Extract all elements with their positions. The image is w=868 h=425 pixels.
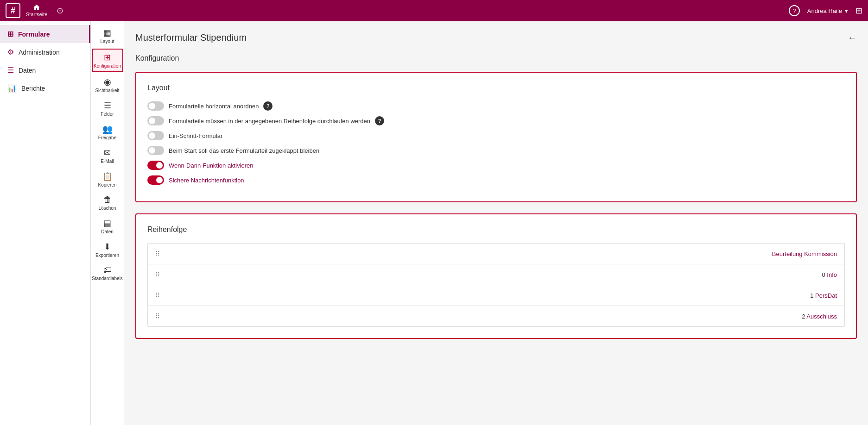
felder-icon: ☰ xyxy=(104,100,111,111)
help-button[interactable]: ? xyxy=(789,5,800,16)
toggle-zugeklappt-row: Beim Start soll das erste Formularteil z… xyxy=(147,146,845,155)
toggle-einschritt-label: Ein-Schritt-Formular xyxy=(169,132,222,139)
toolbar-konfiguration[interactable]: ⊞ Konfiguration xyxy=(92,49,123,72)
toolbar-sichtbarkeit[interactable]: ◉ Sichtbarkeit xyxy=(92,74,123,96)
toggle-horizontal-row: Formularteile horizontal anordnen ? xyxy=(147,101,845,111)
formulare-icon: ⊞ xyxy=(7,30,13,38)
daten-icon: ☰ xyxy=(7,66,14,75)
toggle-nachrichten-label: Sichere Nachrichtenfunktion xyxy=(169,177,244,184)
home-button[interactable]: Startseite xyxy=(26,4,47,17)
table-row[interactable]: ⠿ 2 Ausschluss xyxy=(148,306,844,326)
toggle-horizontal[interactable] xyxy=(147,101,164,111)
toggle-einschritt[interactable] xyxy=(147,131,164,140)
standardlabels-icon: 🏷 xyxy=(103,265,112,275)
toolbar-daten[interactable]: ▤ Daten xyxy=(92,215,123,237)
back-button[interactable]: ← xyxy=(848,32,857,43)
icon-toolbar: ▦ Layout ⊞ Konfiguration ◉ Sichtbarkeit … xyxy=(91,21,124,425)
target-icon: ⊙ xyxy=(57,6,63,16)
layout-card-title: Layout xyxy=(147,84,845,92)
toggle-reihenfolge[interactable] xyxy=(147,116,164,125)
layout-icon: ▦ xyxy=(103,28,111,38)
app-layout: ⊞ Formulare ⚙ Administration ☰ Daten 📊 B… xyxy=(0,0,868,425)
toggle-reihenfolge-label: Formularteile müssen in der angegebenen … xyxy=(169,118,370,125)
sidebar-item-administration[interactable]: ⚙ Administration xyxy=(0,43,90,61)
toggle-einschritt-row: Ein-Schritt-Formular xyxy=(147,131,845,140)
berichte-icon: 📊 xyxy=(7,84,17,93)
toolbar-kopieren[interactable]: 📋 Kopieren xyxy=(92,169,123,190)
toolbar-email[interactable]: ✉ E-Mail xyxy=(92,145,123,167)
topbar-right: ? Andrea Raile ▾ ⊞ xyxy=(789,5,862,16)
table-row[interactable]: ⠿ 0 Info xyxy=(148,264,844,285)
table-row[interactable]: ⠿ 1 PersDat xyxy=(148,285,844,306)
toggle-wenndann-row: Wenn-Dann-Funktion aktivieren xyxy=(147,161,845,170)
layout-card: Layout Formularteile horizontal anordnen… xyxy=(135,72,857,202)
kopieren-icon: 📋 xyxy=(102,171,113,181)
row2-label: 0 Info xyxy=(822,271,837,278)
drag-handle-icon[interactable]: ⠿ xyxy=(155,250,160,257)
toggle-wenndann-label: Wenn-Dann-Funktion aktivieren xyxy=(169,162,253,169)
toggle-horizontal-label: Formularteile horizontal anordnen xyxy=(169,103,259,110)
exportieren-icon: ⬇ xyxy=(104,242,111,252)
email-icon: ✉ xyxy=(104,148,111,158)
toolbar-loeschen[interactable]: 🗑 Löschen xyxy=(92,192,123,213)
toggle-nachrichten-row: Sichere Nachrichtenfunktion xyxy=(147,175,845,185)
row1-label: Beurteilung Kommission xyxy=(772,250,837,257)
page-title: Musterformular Stipendium xyxy=(135,32,247,43)
toggle-nachrichten[interactable] xyxy=(147,175,164,185)
page-header: Musterformular Stipendium ← xyxy=(135,32,857,43)
toggle-reihenfolge-row: Formularteile müssen in der angegebenen … xyxy=(147,116,845,125)
sidebar-item-daten[interactable]: ☰ Daten xyxy=(0,61,90,79)
row4-label: 2 Ausschluss xyxy=(802,313,837,320)
drag-handle-icon[interactable]: ⠿ xyxy=(155,312,160,320)
grid-button[interactable]: ⊞ xyxy=(855,6,862,16)
konfiguration-icon: ⊞ xyxy=(104,52,111,62)
freigabe-icon: 👥 xyxy=(102,124,113,134)
daten2-icon: ▤ xyxy=(103,218,111,228)
toggle-zugeklappt-label: Beim Start soll das erste Formularteil z… xyxy=(169,147,319,154)
left-sidebar: ⊞ Formulare ⚙ Administration ☰ Daten 📊 B… xyxy=(0,21,91,425)
toolbar-exportieren[interactable]: ⬇ Exportieren xyxy=(92,239,123,261)
toolbar-standardlabels[interactable]: 🏷 Standardlabels xyxy=(92,262,123,284)
toolbar-felder[interactable]: ☰ Felder xyxy=(92,98,123,119)
help-horizontal-icon[interactable]: ? xyxy=(263,101,272,111)
section-title: Konfiguration xyxy=(135,54,857,62)
loeschen-icon: 🗑 xyxy=(103,195,112,205)
sidebar-item-formulare[interactable]: ⊞ Formulare xyxy=(0,25,90,43)
toolbar-freigabe[interactable]: 👥 Freigabe xyxy=(92,121,123,143)
reihenfolge-card-title: Reihenfolge xyxy=(147,225,845,234)
topbar: # Startseite ⊙ ? Andrea Raile ▾ ⊞ xyxy=(0,0,868,21)
toolbar-layout[interactable]: ▦ Layout xyxy=(92,25,123,47)
order-table: ⠿ Beurteilung Kommission ⠿ 0 Info ⠿ xyxy=(147,243,845,327)
administration-icon: ⚙ xyxy=(7,48,14,56)
app-logo: # xyxy=(6,3,20,18)
row3-label: 1 PersDat xyxy=(810,292,837,299)
sidebar-item-berichte[interactable]: 📊 Berichte xyxy=(0,79,90,97)
user-menu[interactable]: Andrea Raile ▾ xyxy=(807,7,848,14)
drag-handle-icon[interactable]: ⠿ xyxy=(155,292,160,299)
drag-handle-icon[interactable]: ⠿ xyxy=(155,271,160,278)
toggle-zugeklappt[interactable] xyxy=(147,146,164,155)
table-row[interactable]: ⠿ Beurteilung Kommission xyxy=(148,244,844,264)
help-reihenfolge-icon[interactable]: ? xyxy=(375,116,384,125)
toggle-wenndann[interactable] xyxy=(147,161,164,170)
reihenfolge-card: Reihenfolge ⠿ Beurteilung Kommission ⠿ 0… xyxy=(135,213,857,339)
main-content: Musterformular Stipendium ← Konfiguratio… xyxy=(124,21,868,425)
sichtbarkeit-icon: ◉ xyxy=(104,77,111,87)
